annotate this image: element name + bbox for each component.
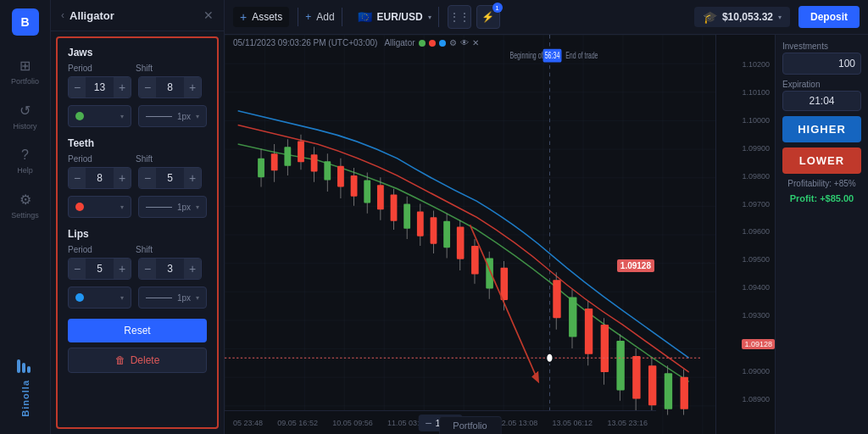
teeth-period-minus[interactable]: − (69, 168, 86, 188)
delete-button[interactable]: 🗑 Delete (68, 348, 207, 373)
jaws-shift-value: 8 (156, 81, 184, 93)
lips-shift-plus[interactable]: + (184, 259, 201, 279)
back-button[interactable]: ‹ (61, 9, 64, 21)
price-11: 1.09200 1.09128 (718, 339, 773, 348)
indicators-button[interactable]: ⋮⋮ (448, 5, 471, 29)
teeth-shift-input[interactable]: − 5 + (138, 167, 202, 189)
price-7: 1.09600 (718, 227, 773, 236)
sidebar-item-settings[interactable]: ⚙ Settings (0, 183, 50, 228)
svg-rect-49 (553, 280, 560, 318)
jaws-period-input[interactable]: − 13 + (68, 76, 131, 98)
jaws-shift-plus[interactable]: + (184, 77, 201, 97)
sidebar-item-portfolio[interactable]: ⊞ Portfolio (0, 49, 50, 94)
indicator-settings-icon[interactable]: ⚙ (449, 38, 457, 47)
portfolio-icon: ⊞ (19, 58, 31, 74)
alligator-panel: ‹ Alligator ✕ Jaws Period Shift − 13 + −… (51, 0, 225, 434)
svg-rect-23 (337, 166, 344, 187)
lips-period-minus[interactable]: − (69, 259, 86, 279)
current-price-label: 1.09128 (617, 259, 654, 272)
teeth-color-selector[interactable]: ▾ (68, 196, 131, 218)
balance-amount: $10,053.32 (722, 11, 773, 23)
expiration-value[interactable]: 21:04 (782, 91, 861, 111)
assets-plus-icon: + (240, 10, 247, 24)
delete-label: Delete (131, 354, 160, 366)
deposit-button[interactable]: Deposit (798, 6, 860, 28)
svg-rect-4 (225, 35, 715, 434)
price-13: 1.08900 (718, 395, 773, 403)
flag-icon: 🇪🇺 (358, 10, 372, 24)
price-5: 1.09800 (718, 172, 773, 181)
lips-period-plus[interactable]: + (114, 259, 131, 279)
price-axis: 1.10200 1.10100 1.10000 1.09900 1.09800 … (715, 35, 775, 434)
lips-line-selector[interactable]: 1px ▾ (138, 287, 207, 309)
svg-rect-47 (500, 268, 508, 300)
wallet-icon: 🎓 (703, 10, 717, 24)
svg-text:56:34: 56:34 (545, 51, 560, 61)
chart-info-bar: 05/11/2023 09:03:26 PM (UTC+03:00) Allig… (225, 35, 715, 51)
balance-dropdown-icon: ▾ (778, 14, 782, 21)
investments-label: Investments (782, 42, 861, 51)
pair-dropdown-icon: ▾ (428, 14, 431, 21)
close-button[interactable]: ✕ (203, 8, 214, 22)
sidebar-item-history[interactable]: ↺ History (0, 94, 50, 139)
signals-badge: 1 (492, 3, 503, 13)
jaws-period-plus[interactable]: + (114, 77, 131, 97)
jaws-line-selector[interactable]: 1px ▾ (138, 105, 207, 127)
reset-button[interactable]: Reset (68, 319, 207, 342)
price-6: 1.09700 (718, 200, 773, 209)
jaws-period-value: 13 (86, 81, 114, 93)
lips-color-selector[interactable]: ▾ (68, 287, 131, 309)
jaws-shift-minus[interactable]: − (139, 77, 156, 97)
price-12: 1.09000 (718, 367, 773, 376)
svg-rect-15 (284, 147, 291, 165)
teeth-shift-plus[interactable]: + (184, 168, 201, 188)
jaws-color-arrow: ▾ (120, 113, 124, 120)
jaws-shift-input[interactable]: − 8 + (138, 76, 202, 98)
teeth-period-input[interactable]: − 8 + (68, 167, 131, 189)
svg-rect-53 (585, 309, 593, 354)
svg-rect-13 (271, 153, 278, 170)
assets-tab[interactable]: + Assets (233, 7, 289, 27)
lips-shift-input[interactable]: − 3 + (138, 258, 202, 280)
portfolio-tab[interactable]: Portfolio (438, 416, 501, 434)
lips-period-input[interactable]: − 5 + (68, 258, 131, 280)
brand-name: Binolla (20, 380, 31, 417)
sidebar-label-help: Help (17, 166, 33, 175)
indicator-remove-icon[interactable]: ✕ (472, 38, 479, 47)
svg-rect-63 (665, 373, 672, 409)
main-area: + Assets + Add 🇪🇺 EUR/USD ▾ ⋮⋮ ⚡ 1 🎓 $10… (225, 0, 868, 434)
investments-value-input[interactable] (783, 53, 861, 74)
timeframe-minus[interactable]: − (425, 416, 431, 430)
lips-color-row: ▾ 1px ▾ (68, 287, 207, 309)
indicator-visible-icon[interactable]: 👁 (460, 38, 469, 47)
sidebar-item-help[interactable]: ? Help (0, 139, 50, 183)
jaws-period-minus[interactable]: − (69, 77, 86, 97)
teeth-line-selector[interactable]: 1px ▾ (138, 196, 207, 218)
higher-button[interactable]: HIGHER (782, 116, 861, 142)
teeth-color-dot (75, 203, 84, 211)
time-label-5: 12.05 13:08 (498, 419, 538, 427)
lower-button[interactable]: LOWER (782, 147, 861, 174)
teeth-labels: Period Shift (68, 154, 207, 164)
add-button[interactable]: + Add (298, 8, 342, 26)
teeth-title: Teeth (68, 137, 207, 149)
indicators-icon: ⋮⋮ (449, 11, 470, 23)
svg-rect-59 (632, 356, 640, 398)
expiration-label: Expiration (782, 80, 861, 89)
time-label-0: 05 23:48 (233, 419, 263, 427)
investments-input[interactable]: $ (782, 53, 861, 75)
lips-labels: Period Shift (68, 245, 207, 254)
pair-selector[interactable]: 🇪🇺 EUR/USD ▾ (351, 7, 439, 27)
jaws-inputs: − 13 + − 8 + (68, 76, 207, 98)
teeth-period-plus[interactable]: + (114, 168, 131, 188)
svg-rect-27 (364, 181, 370, 203)
teeth-shift-minus[interactable]: − (139, 168, 156, 188)
pair-name: EUR/USD (377, 11, 423, 23)
alligator-dot-teeth (429, 40, 436, 47)
signals-button[interactable]: ⚡ 1 (476, 5, 500, 29)
lips-shift-minus[interactable]: − (139, 259, 156, 279)
balance-area[interactable]: 🎓 $10,053.32 ▾ (694, 7, 790, 27)
app-logo: B (12, 8, 39, 36)
jaws-color-selector[interactable]: ▾ (68, 105, 131, 127)
lips-line-arrow: ▾ (196, 294, 199, 302)
